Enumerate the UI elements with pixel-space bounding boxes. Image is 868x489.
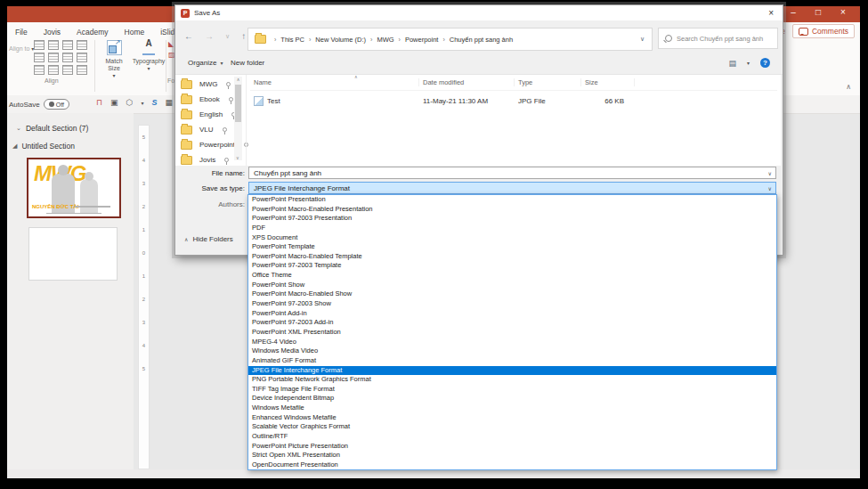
dropdown-option[interactable]: PDF xyxy=(248,224,776,233)
organize-button[interactable]: Organize ▾ xyxy=(188,59,223,67)
breadcrumb-segment[interactable]: › New Volume (D:) xyxy=(304,36,366,44)
tree-folder-item[interactable]: Powerpoint xyxy=(181,137,232,152)
ribbon-tab[interactable]: Academy xyxy=(69,25,116,38)
dropdown-option[interactable]: Enhanced Windows Metafile xyxy=(248,413,776,423)
breadcrumb-segment[interactable]: › Powerpoint xyxy=(394,36,439,44)
tree-folder-item[interactable]: English xyxy=(181,107,232,122)
autosave-toggle[interactable]: AutoSave Off xyxy=(9,99,69,110)
align-buttons-cluster[interactable] xyxy=(34,40,88,75)
close-button[interactable]: × xyxy=(837,7,849,17)
dropdown-option[interactable]: PNG Portable Network Graphics Format xyxy=(248,375,776,385)
dropdown-option[interactable]: PowerPoint Macro-Enabled Presentation xyxy=(248,205,776,215)
dropdown-option[interactable]: PowerPoint Add-in xyxy=(248,309,776,319)
authors-label: Authors: xyxy=(177,200,245,208)
back-icon[interactable]: ← xyxy=(184,31,193,41)
tree-scrollbar[interactable]: ∧ ∨ xyxy=(234,77,242,160)
breadcrumb-segment[interactable]: › This PC xyxy=(270,36,304,44)
window-bottom-strip xyxy=(7,469,860,478)
scroll-up-icon: ∧ xyxy=(237,77,240,82)
tree-folder-item[interactable]: MWG xyxy=(181,77,232,92)
dropdown-option[interactable]: TIFF Tag Image File Format xyxy=(248,385,776,395)
breadcrumb-separator: › xyxy=(442,37,444,43)
folder-icon xyxy=(181,80,192,89)
tree-folder-item[interactable]: VLU xyxy=(181,122,232,137)
column-header[interactable]: Date modified xyxy=(419,78,515,86)
address-bar[interactable]: › This PC › New Volume (D:) › MWG › Powe… xyxy=(247,28,653,51)
folder-icon xyxy=(181,95,192,104)
shapes-icon[interactable]: ⬡ xyxy=(126,98,134,107)
column-header[interactable]: Name xyxy=(250,78,419,86)
dropdown-option[interactable]: PowerPoint Macro-Enabled Show xyxy=(248,289,776,299)
folder-tree: MWG Ebook English VLU Powerpoint xyxy=(181,77,232,167)
dropdown-option[interactable]: PowerPoint 97-2003 Template xyxy=(248,261,776,271)
chevron-down-icon[interactable]: ▾ xyxy=(747,60,750,66)
dropdown-option[interactable]: PowerPoint 97-2003 Add-in xyxy=(248,318,776,328)
typography-button[interactable]: A Typography ▾ xyxy=(132,40,166,72)
dropdown-option[interactable]: Animated GIF Format xyxy=(248,356,776,366)
view-mode-icon[interactable]: ▤ xyxy=(728,59,736,68)
dropdown-option[interactable]: PowerPoint XML Presentation xyxy=(248,328,776,338)
powerpoint-logo-icon: P xyxy=(181,9,190,18)
ribbon-tab[interactable]: File xyxy=(7,25,36,38)
dropdown-option[interactable]: PowerPoint Macro-Enabled Template xyxy=(248,252,776,262)
dropdown-option[interactable]: PowerPoint 97-2003 Show xyxy=(248,299,776,309)
column-header[interactable]: Type xyxy=(515,78,581,86)
chevron-down-icon[interactable]: ▾ xyxy=(141,100,143,106)
dropdown-option[interactable]: Windows Media Video xyxy=(248,346,776,356)
help-icon[interactable]: ? xyxy=(760,58,770,68)
dropdown-option[interactable]: PowerPoint Template xyxy=(248,242,776,252)
dialog-close-button[interactable]: × xyxy=(765,8,777,18)
dropdown-option[interactable]: OpenDocument Presentation xyxy=(248,460,776,470)
picture-icon[interactable]: ▦ xyxy=(165,98,173,107)
scrollbar-thumb[interactable] xyxy=(235,85,241,122)
breadcrumb-segment[interactable]: › MWG xyxy=(366,36,394,44)
dropdown-option[interactable]: Strict Open XML Presentation xyxy=(248,451,776,460)
column-header[interactable]: Size xyxy=(581,78,635,86)
hide-folders-button[interactable]: ∧ Hide Folders xyxy=(184,235,233,243)
snagit-icon[interactable]: S xyxy=(151,98,157,107)
section-header-untitled[interactable]: ◢ Untitled Section xyxy=(12,142,75,151)
file-row[interactable]: Test 11-May-21 11:30 AM JPG File 66 KB xyxy=(250,94,777,108)
dropdown-option[interactable]: PowerPoint Picture Presentation xyxy=(248,442,776,452)
dropdown-option[interactable]: Outline/RTF xyxy=(248,432,776,442)
dropdown-option[interactable]: PowerPoint 97-2003 Presentation xyxy=(248,214,776,224)
dropdown-option[interactable]: Office Theme xyxy=(248,271,776,281)
search-input[interactable]: Search Chuyển ppt sang ảnh xyxy=(658,28,778,49)
recent-locations-icon[interactable]: ∨ xyxy=(225,33,230,40)
chevron-down-icon: ∨ xyxy=(768,170,775,176)
maximize-button[interactable]: □ xyxy=(812,7,824,17)
tree-folder-item[interactable]: Ebook xyxy=(181,92,232,107)
ribbon-tab[interactable]: Jovis xyxy=(36,25,69,38)
dropdown-option[interactable]: Scalable Vector Graphics Format xyxy=(248,422,776,432)
breadcrumb-separator: › xyxy=(274,37,276,43)
text-box-icon[interactable]: ▣ xyxy=(110,98,118,107)
minimize-button[interactable]: – xyxy=(787,7,799,17)
address-dropdown-icon[interactable]: ∨ xyxy=(640,36,645,43)
folder-icon xyxy=(181,126,192,134)
dropdown-option[interactable]: MPEG-4 Video xyxy=(248,338,776,347)
align-to-button[interactable]: Align to ▾ xyxy=(9,45,34,53)
dropdown-option[interactable]: Windows Metafile xyxy=(248,403,776,413)
dropdown-option[interactable]: Device Independent Bitmap xyxy=(248,394,776,403)
dropdown-option[interactable]: XPS Document xyxy=(248,233,776,243)
dropdown-option[interactable]: PowerPoint Show xyxy=(248,281,776,290)
slide-thumbnail-1[interactable]: MWG NGUYỄN ĐỨC TÀI xyxy=(27,158,121,218)
match-size-icon xyxy=(107,40,122,55)
ribbon-tab[interactable]: Home xyxy=(117,25,153,38)
up-icon[interactable]: ↑ xyxy=(241,31,246,41)
collapse-ribbon-icon[interactable]: ∧ xyxy=(846,83,851,91)
file-name-input[interactable]: Chuyển ppt sang ảnh ∨ xyxy=(248,167,776,179)
tree-folder-item[interactable]: Jovis xyxy=(181,152,232,167)
breadcrumb-segment[interactable]: › Chuyển ppt sang ảnh xyxy=(438,36,513,44)
dropdown-option[interactable]: JPEG File Interchange Format xyxy=(248,366,776,376)
dropdown-option[interactable]: PowerPoint Presentation xyxy=(248,195,776,205)
undo-icon[interactable]: ⊓ xyxy=(96,98,102,107)
slide-thumbnail-2[interactable] xyxy=(28,227,118,281)
match-size-button[interactable]: Match Size ▾ xyxy=(99,40,129,79)
forward-icon[interactable]: → xyxy=(205,31,214,41)
save-as-type-combobox[interactable]: JPEG File Interchange Format ∨ xyxy=(248,182,776,194)
toggle-knob xyxy=(49,102,54,107)
section-header-default[interactable]: ⌄ Default Section (7) xyxy=(16,124,88,133)
new-folder-button[interactable]: New folder xyxy=(231,59,264,67)
comments-button[interactable]: Comments xyxy=(792,24,855,38)
